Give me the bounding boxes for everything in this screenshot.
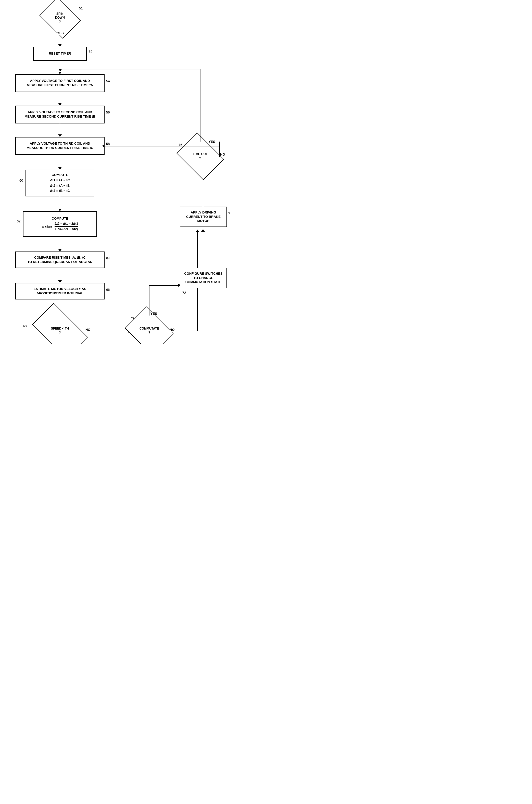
arrow-second-third <box>60 123 60 135</box>
compute1-box: COMPUTE Δt1 = tA − tC Δt2 = tA − tB Δt3 … <box>25 170 94 196</box>
yes-label-timeout: YES <box>209 140 215 143</box>
yes-label-commutate: YES <box>150 312 157 315</box>
arrowhead-second-third <box>58 134 62 137</box>
ref-60: 60 <box>19 178 23 183</box>
arrow-compare-estimate <box>60 268 60 281</box>
ref-74: 74 <box>228 212 230 215</box>
arrowhead-timeout-no-left <box>102 144 104 148</box>
ref-58: 58 <box>106 142 110 146</box>
ref-64: 64 <box>106 256 110 260</box>
reset-timer-box: RESET TIMER <box>33 47 87 61</box>
arrow-commutate-yes-vert <box>149 286 149 315</box>
arrow-speed-no-horiz <box>84 331 131 331</box>
arrowhead-comm-no-up <box>196 230 199 232</box>
configure-box: CONFIGURE SWITCHES TO CHANGE COMMUTATION… <box>180 268 227 288</box>
ref-72: 72 <box>182 291 186 294</box>
estimate-box: ESTIMATE MOTOR VELOCITY AS ΔPOSITION/TIM… <box>15 283 104 300</box>
arrow-timeout-no-horiz <box>104 146 220 147</box>
yes-label-spindown: YES <box>57 31 64 35</box>
apply-second-box: APPLY VOLTAGE TO SECOND COIL AND MEASURE… <box>15 106 104 123</box>
flowchart: SPIN DOWN ? 51 YES RESET TIMER 52 APPLY … <box>0 0 230 344</box>
compute2-box: COMPUTE arctan Δt2 − Δt1 − 2Δt3 1.732(Δt… <box>23 211 97 237</box>
spin-down-diamond: SPIN DOWN ? <box>43 5 77 31</box>
arrowhead-third-compute1 <box>58 167 62 170</box>
apply-driving-box: APPLY DRIVING CURRENT TO BRAKE MOTOR <box>180 207 227 227</box>
arrowhead-compute2-compare <box>58 249 62 251</box>
apply-first-box: APPLY VOLTAGE TO FIRST COIL AND MEASURE … <box>15 74 104 92</box>
ref-56: 56 <box>106 111 110 114</box>
arrow-comm-no-horiz <box>168 331 198 331</box>
no-label-timeout: NO <box>220 153 225 156</box>
compare-box: COMPARE RISE TIMES tA, tB, tC TO DETERMI… <box>15 251 104 268</box>
arrow-first-second <box>60 92 60 103</box>
ref-66: 66 <box>106 288 110 291</box>
arrow-compute1-compute2 <box>60 196 60 209</box>
arrow-timeout-no-vert <box>219 141 220 157</box>
ref-70: 70 <box>130 316 134 320</box>
arrow-compute2-compare <box>60 237 60 249</box>
arrow-third-compute1 <box>60 155 60 168</box>
apply-third-box: APPLY VOLTAGE TO THIRD COIL AND MEASURE … <box>15 137 104 155</box>
arrow-spindown-reset <box>60 31 60 45</box>
ref-62: 62 <box>17 219 20 223</box>
arrowhead-spindown-reset <box>58 44 62 47</box>
arrowhead-compare-estimate <box>58 280 62 283</box>
arrow-configure-driving <box>203 232 203 268</box>
ref-68: 68 <box>23 324 26 328</box>
arrow-timeout-yes-vert <box>200 69 201 141</box>
arrowhead-first-second <box>58 103 62 106</box>
ref-54: 54 <box>106 79 110 83</box>
arrowhead-timeout-reset <box>58 69 62 72</box>
arrowhead-compute1-compute2 <box>58 209 62 211</box>
arrowhead-reset-first <box>58 72 62 74</box>
speed-diamond: SPEED < TH ? <box>36 315 84 344</box>
arrowhead-configure-driving <box>201 229 205 232</box>
ref-51: 51 <box>79 6 83 10</box>
ref-52: 52 <box>89 50 92 54</box>
arrow-timeout-yes-horiz <box>60 69 201 70</box>
commutate-diamond: COMMUTATE ? <box>130 315 168 344</box>
arrow-commutate-yes-horiz <box>149 285 179 286</box>
